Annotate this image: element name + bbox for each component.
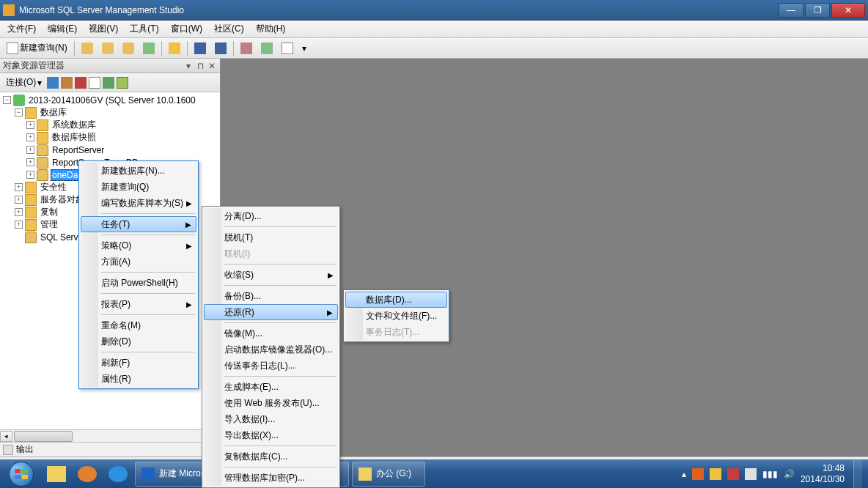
tb-open-button[interactable] <box>165 40 184 56</box>
tray-up-icon[interactable]: ▴ <box>682 469 686 479</box>
menu-file[interactable]: 文件(F) <box>1 21 42 37</box>
menu-item[interactable]: 导出数据(X)... <box>204 427 338 443</box>
toolbar-separator <box>161 41 162 56</box>
pinned-ie[interactable] <box>103 462 133 487</box>
menu-window[interactable]: 窗口(W) <box>165 21 208 37</box>
menu-item[interactable]: 启动数据库镜像监视器(O)... <box>204 341 338 358</box>
maximize-button[interactable]: ❐ <box>805 3 830 18</box>
tree-databases-folder[interactable]: −数据库 <box>0 106 220 119</box>
menu-view[interactable]: 视图(V) <box>83 21 124 37</box>
tray-icon[interactable] <box>692 468 704 480</box>
menu-edit[interactable]: 编辑(E) <box>42 21 83 37</box>
menu-help[interactable]: 帮助(H) <box>250 21 292 37</box>
menu-item[interactable]: 脱机(T) <box>204 229 338 245</box>
menu-item[interactable]: 任务(T)▶ <box>81 216 196 232</box>
tb-save-button[interactable] <box>191 40 210 56</box>
expand-icon[interactable]: + <box>26 158 34 166</box>
word-icon <box>141 467 155 481</box>
tb-reg-button[interactable] <box>257 40 276 56</box>
connect-icon[interactable] <box>47 77 59 89</box>
menu-item[interactable]: 复制数据库(C)... <box>204 448 338 465</box>
menu-community[interactable]: 社区(C) <box>208 21 250 37</box>
menu-item[interactable]: 分离(D)... <box>204 208 338 224</box>
menu-item[interactable]: 传送事务日志(L)... <box>204 358 338 374</box>
dropdown-icon[interactable]: ▾ <box>183 61 194 71</box>
menu-item[interactable]: 备份(B)... <box>204 288 338 304</box>
scroll-left-icon[interactable]: ◂ <box>0 431 12 442</box>
taskbar-clock[interactable]: 10:48 2014/10/30 <box>801 463 845 484</box>
menu-item[interactable]: 策略(O)▶ <box>81 237 196 254</box>
disconnect-icon[interactable] <box>61 77 73 89</box>
menu-tools[interactable]: 工具(T) <box>124 21 164 37</box>
filter-icon[interactable] <box>89 77 100 89</box>
tb-activity-button[interactable] <box>237 40 256 56</box>
collapse-icon[interactable]: − <box>3 96 11 104</box>
menu-item[interactable]: 还原(R)▶ <box>204 304 338 320</box>
expand-icon[interactable]: + <box>15 221 23 229</box>
menu-item[interactable]: 删除(D) <box>81 333 196 350</box>
menu-item[interactable]: 收缩(S)▶ <box>204 267 338 283</box>
close-button[interactable]: ✕ <box>831 3 865 18</box>
show-desktop-button[interactable] <box>853 460 862 488</box>
taskbar-item-folder[interactable]: 办公 (G:) <box>352 462 425 487</box>
tray-icon[interactable] <box>710 468 721 480</box>
connect-dropdown[interactable]: 连接(O)▾ <box>3 75 45 90</box>
menu-item[interactable]: 编写数据库脚本为(S)▶ <box>81 195 196 211</box>
output-tab[interactable]: 输出 <box>0 442 220 456</box>
pinned-explorer[interactable] <box>42 462 71 487</box>
menu-item[interactable]: 镜像(M)... <box>204 325 338 341</box>
menu-item[interactable]: 报表(P)▶ <box>81 296 196 312</box>
network-icon[interactable]: ▮▮▮ <box>762 469 778 479</box>
stop-icon[interactable] <box>75 77 87 89</box>
expand-icon[interactable]: + <box>26 133 34 141</box>
pinned-mediaplayer[interactable] <box>73 462 102 487</box>
registered-servers-icon[interactable] <box>117 77 128 89</box>
tb-db-button[interactable] <box>78 40 97 56</box>
collapse-icon[interactable]: − <box>15 108 23 117</box>
menu-item[interactable]: 启动 PowerShell(H) <box>81 275 196 291</box>
menu-item-label: 刷新(F) <box>101 357 130 369</box>
tb-saveall-button[interactable] <box>211 40 230 56</box>
tb-btn-2[interactable] <box>98 40 117 56</box>
refresh-icon[interactable] <box>103 77 114 89</box>
menu-item[interactable]: 属性(R) <box>81 371 196 387</box>
menu-item[interactable]: 数据库(D)... <box>345 292 447 308</box>
tb-btn-3[interactable] <box>119 40 138 56</box>
volume-icon[interactable]: 🔊 <box>784 469 795 479</box>
tray-icon[interactable] <box>727 468 739 480</box>
taskbar: 新建 Microsoft ... Microsoft SQL S... 办公 (… <box>0 459 868 488</box>
start-button[interactable] <box>1 460 41 488</box>
tray-icon[interactable] <box>745 468 757 480</box>
tree-system-databases[interactable]: +系统数据库 <box>0 119 220 131</box>
tb-end-button[interactable]: ▾ <box>298 40 310 56</box>
tree-db-reportserver[interactable]: +ReportServer <box>0 144 220 156</box>
close-panel-icon[interactable]: ✕ <box>207 61 217 71</box>
context-submenu-restore: 数据库(D)...文件和文件组(F)...事务日志(T)... <box>343 289 449 342</box>
minimize-button[interactable]: — <box>779 3 803 18</box>
expand-icon[interactable]: + <box>15 196 23 204</box>
expand-icon[interactable]: + <box>26 121 34 129</box>
menu-item[interactable]: 重命名(M) <box>81 317 196 333</box>
tree-db-snapshots[interactable]: +数据库快照 <box>0 131 220 144</box>
menu-item-label: 脱机(T) <box>224 232 253 244</box>
expand-icon[interactable]: + <box>15 183 23 191</box>
tb-list-button[interactable] <box>278 40 297 56</box>
menu-item[interactable]: 新建查询(Q) <box>81 179 196 195</box>
scrollbar-thumb[interactable] <box>14 431 73 442</box>
menu-item[interactable]: 生成脚本(E)... <box>204 379 338 395</box>
new-query-button[interactable]: 新建查询(N) <box>3 40 71 56</box>
expand-icon[interactable]: + <box>26 146 34 154</box>
expand-icon[interactable]: + <box>26 171 34 179</box>
tree-server-node[interactable]: −2013-20141006GV (SQL Server 10.0.1600 <box>0 94 220 106</box>
menu-item[interactable]: 使用 Web 服务发布(U)... <box>204 395 338 411</box>
menu-item[interactable]: 刷新(F) <box>81 355 196 371</box>
expand-icon[interactable]: + <box>15 208 23 216</box>
menu-item[interactable]: 新建数据库(N)... <box>81 163 196 179</box>
menu-item[interactable]: 导入数据(I)... <box>204 411 338 427</box>
menu-item[interactable]: 管理数据库加密(P)... <box>204 470 338 486</box>
menu-item[interactable]: 文件和文件组(F)... <box>345 308 447 324</box>
horizontal-scrollbar[interactable]: ◂ ▸ <box>0 429 220 442</box>
menu-item[interactable]: 方面(A) <box>81 254 196 270</box>
tb-btn-4[interactable] <box>139 40 158 56</box>
pin-icon[interactable]: ⊓ <box>195 61 205 71</box>
